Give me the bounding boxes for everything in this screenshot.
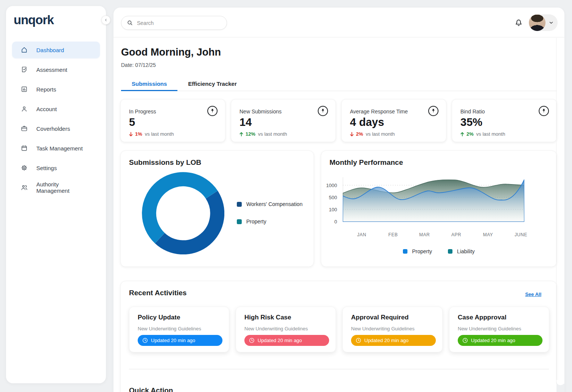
legend-swatch (237, 202, 242, 207)
sidebar-item-label: Task Management (36, 145, 83, 152)
search-icon (127, 20, 133, 26)
submissions-by-lob-card: Submissions by LOB Workers' Compensation… (120, 150, 314, 267)
stat-value: 35% (460, 116, 482, 129)
activity-status-badge[interactable]: Updated 20 min ago (458, 335, 542, 346)
stat-card-in-progress: In Progress 5 1% vs last month (120, 99, 225, 142)
people-icon (20, 184, 28, 191)
assessment-icon (20, 66, 28, 73)
tab-submissions[interactable]: Submissions (121, 77, 177, 91)
main-panel: Good Morning, John Date: 07/12/25 Submis… (113, 8, 564, 392)
avatar (529, 14, 546, 31)
area-chart (343, 174, 524, 222)
badge-label: Updated 20 min ago (471, 338, 515, 343)
notification-bell-icon[interactable] (514, 17, 524, 27)
delta-percent: 12% (246, 131, 255, 137)
sidebar-item-label: Reports (36, 86, 56, 93)
legend-item: Property (237, 218, 303, 225)
activity-title: Case Appproval (458, 314, 507, 321)
arrow-down-icon (349, 132, 354, 137)
chevron-left-icon (104, 18, 108, 22)
badge-label: Updated 20 min ago (151, 338, 195, 343)
x-axis-tick: APR (451, 232, 461, 237)
sidebar-collapse-button[interactable] (101, 15, 110, 25)
scrollbar-track[interactable] (556, 38, 556, 384)
briefcase-icon (20, 125, 28, 132)
legend-swatch (403, 249, 407, 254)
clock-icon (462, 338, 468, 343)
delta-percent: 2% (356, 131, 363, 137)
sidebar-item-coverholders[interactable]: Coverholders (12, 120, 100, 137)
delta-compare: vs last month (258, 131, 287, 137)
tab-efficiency-tracker[interactable]: Efficiency Tracker (177, 77, 247, 91)
stat-delta: 2% vs last month (460, 131, 505, 137)
badge-label: Updated 20 min ago (364, 338, 409, 343)
activity-status-badge[interactable]: Updated 20 min ago (351, 335, 436, 346)
sidebar-item-settings[interactable]: Settings (12, 160, 100, 176)
pin-icon[interactable] (318, 106, 328, 116)
user-menu[interactable] (529, 14, 558, 31)
section-title: Recent Activities (129, 289, 187, 297)
pin-icon[interactable] (428, 106, 438, 116)
donut-segment-workers-compensation (160, 195, 217, 248)
sidebar-item-label: Settings (36, 165, 57, 171)
clock-icon (142, 338, 148, 343)
activity-card-policy-update[interactable]: Policy Update New Underwriting Guideline… (129, 307, 229, 352)
clock-icon (356, 338, 361, 343)
legend-label: Liability (457, 248, 475, 254)
stat-card-avg-response-time: Average Response Time 4 days 2% vs last … (341, 99, 446, 142)
sidebar-item-reports[interactable]: Reports (12, 81, 100, 98)
stat-delta: 2% vs last month (349, 131, 395, 137)
bar-chart-icon (20, 85, 28, 93)
search-bar[interactable] (121, 16, 227, 30)
page-title: Good Morning, John (121, 46, 221, 58)
arrow-up-icon (460, 132, 465, 137)
activity-title: High Risk Case (244, 314, 291, 321)
stat-delta: 1% vs last month (128, 131, 174, 137)
sidebar-item-account[interactable]: Account (12, 101, 100, 117)
y-axis-tick: 0 (323, 219, 337, 225)
recent-activities-card: Recent Activities See All Policy Update … (120, 281, 557, 392)
stat-label: In Progress (129, 108, 156, 115)
stat-card-bind-ratio: Bind Ratio 35% 2% vs last month (452, 99, 557, 142)
sidebar-item-label: Authority Management (36, 181, 92, 194)
see-all-link[interactable]: See All (525, 291, 541, 297)
pin-icon[interactable] (539, 106, 549, 116)
person-icon (20, 105, 28, 113)
date-label: Date: 07/12/25 (121, 62, 156, 68)
stat-label: New Submissions (239, 108, 281, 115)
delta-compare: vs last month (366, 131, 395, 137)
app-root: unqork Dashboard Assessment Reports (0, 0, 572, 392)
stat-value: 14 (239, 116, 252, 129)
activity-status-badge[interactable]: Updated 20 min ago (244, 335, 329, 346)
arrow-up-icon (239, 132, 244, 137)
legend-label: Workers' Compensation (246, 201, 303, 207)
search-input[interactable] (137, 20, 216, 26)
y-axis-tick: 500 (323, 195, 337, 200)
delta-percent: 1% (135, 131, 142, 137)
stat-value: 4 days (350, 116, 384, 129)
pin-icon[interactable] (207, 106, 218, 116)
y-axis-tick: 100 (323, 207, 337, 212)
activity-subtitle: New Underwriting Guidelines (351, 326, 415, 332)
activity-card-approval-required[interactable]: Approval Required New Underwriting Guide… (342, 307, 443, 352)
legend-label: Property (246, 218, 266, 225)
activity-subtitle: New Underwriting Guidelines (458, 326, 521, 332)
calendar-icon (20, 144, 28, 152)
sidebar-item-task-management[interactable]: Task Management (12, 140, 100, 156)
sidebar-item-label: Account (36, 106, 57, 112)
x-axis-tick: JAN (357, 232, 366, 237)
activity-card-case-approval[interactable]: Case Appproval New Underwriting Guidelin… (449, 307, 549, 352)
activity-card-high-risk-case[interactable]: High Risk Case New Underwriting Guidelin… (236, 307, 336, 352)
chevron-down-icon (549, 20, 554, 25)
activity-status-badge[interactable]: Updated 20 min ago (138, 335, 222, 346)
sidebar-item-label: Dashboard (36, 47, 64, 53)
monthly-performance-card: Monthly Performance 1000 500 100 0 (321, 150, 557, 267)
sidebar-item-dashboard[interactable]: Dashboard (12, 42, 100, 58)
stat-delta: 12% vs last month (239, 131, 287, 137)
sidebar-item-assessment[interactable]: Assessment (12, 61, 100, 78)
stat-label: Average Response Time (350, 108, 408, 115)
badge-label: Updated 20 min ago (258, 338, 302, 343)
sidebar-item-authority-management[interactable]: Authority Management (12, 179, 100, 196)
delta-percent: 2% (466, 131, 474, 137)
quick-action-title: Quick Action (129, 386, 173, 392)
